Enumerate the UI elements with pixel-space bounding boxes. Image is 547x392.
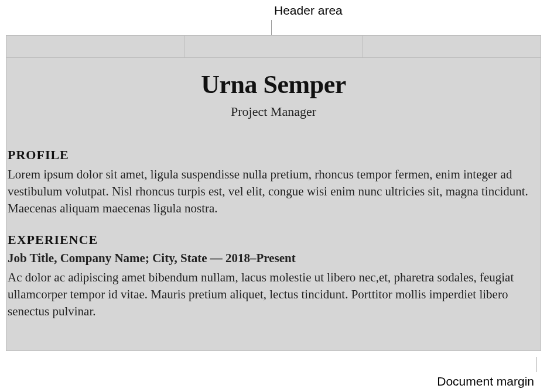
section-heading-profile[interactable]: PROFILE [6,147,541,163]
document-page: Urna Semper Project Manager PROFILE Lore… [6,35,541,351]
header-cell-left[interactable] [6,36,184,57]
profile-body-text[interactable]: Lorem ipsum dolor sit amet, ligula suspe… [6,166,541,217]
annotation-document-margin-tick [536,357,536,372]
header-cell-center[interactable] [184,36,363,57]
person-name[interactable]: Urna Semper [6,70,541,99]
section-heading-experience[interactable]: EXPERIENCE [6,232,541,247]
header-area[interactable] [6,36,541,58]
experience-job-line[interactable]: Job Title, Company Name; City, State — 2… [6,251,541,266]
document-content: Urna Semper Project Manager PROFILE Lore… [6,70,541,320]
person-title[interactable]: Project Manager [6,104,541,119]
experience-body-text[interactable]: Ac dolor ac adipiscing amet bibendum nul… [6,269,541,320]
annotation-document-margin-label: Document margin [437,374,534,388]
header-cell-right[interactable] [363,36,541,57]
annotation-header-area-tick [271,20,272,35]
document-body[interactable]: Urna Semper Project Manager PROFILE Lore… [6,58,541,320]
annotation-header-area-label: Header area [274,4,343,18]
